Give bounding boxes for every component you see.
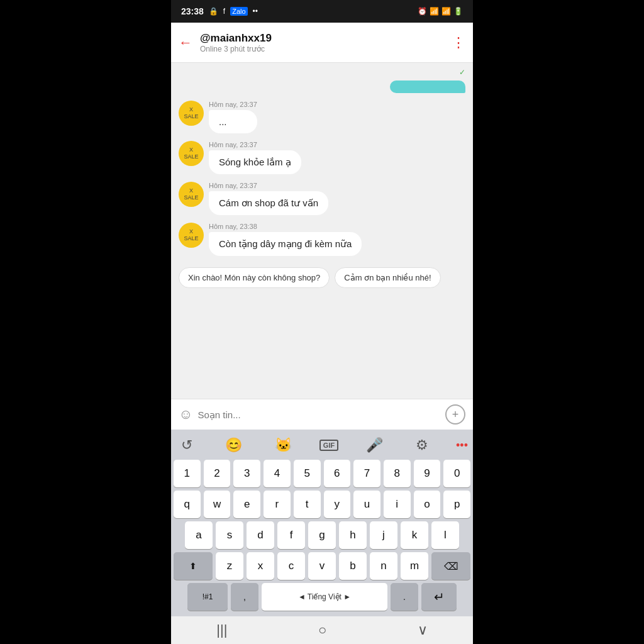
- key-n[interactable]: n: [370, 552, 397, 580]
- key-2[interactable]: 2: [204, 460, 231, 487]
- quick-reply-1[interactable]: Xin chào! Món này còn không shop?: [179, 267, 330, 288]
- key-6[interactable]: 6: [324, 460, 351, 487]
- message-time-2: Hôm nay, 23:37: [209, 141, 301, 148]
- avatar-4: XSALE: [179, 223, 204, 248]
- key-r[interactable]: r: [264, 491, 291, 518]
- key-w[interactable]: w: [204, 491, 231, 518]
- facebook-icon: f: [223, 7, 225, 16]
- key-h[interactable]: h: [339, 521, 367, 549]
- key-k[interactable]: k: [401, 521, 428, 549]
- quick-replies: Xin chào! Món này còn không shop? Cảm ơn…: [171, 262, 473, 293]
- nav-home-button[interactable]: ○: [318, 622, 326, 638]
- message-input-bar: ☺ +: [171, 399, 473, 430]
- message-time-3: Hôm nay, 23:37: [209, 182, 328, 189]
- status-time: 23:38: [181, 6, 204, 16]
- avatar-1: XSALE: [179, 101, 204, 126]
- key-v[interactable]: v: [308, 552, 336, 580]
- alarm-icon: ⏰: [418, 7, 427, 16]
- comma-key[interactable]: ,: [231, 583, 258, 611]
- keyboard-mic-icon[interactable]: 🎤: [361, 435, 388, 456]
- message-content-4: Hôm nay, 23:38 Còn tặng dây mạng đi kèm …: [209, 223, 362, 256]
- keyboard-row-zxcv: ⬆ z x c v b n m ⌫: [174, 552, 470, 580]
- avatar-label-3: XSALE: [184, 187, 198, 201]
- message-check: ✓: [171, 68, 473, 77]
- message-bubble-2: Sóng khỏe lắm ạ: [209, 150, 301, 174]
- return-key[interactable]: ↵: [421, 583, 457, 611]
- key-3[interactable]: 3: [233, 460, 260, 487]
- quick-reply-2[interactable]: Cảm ơn bạn nhiều nhé!: [335, 267, 440, 288]
- message-input[interactable]: [197, 409, 440, 420]
- symbols-key[interactable]: !#1: [187, 583, 228, 611]
- avatar-ring: [179, 101, 204, 126]
- keyboard-row-qwerty: q w e r t y u i o p: [174, 491, 470, 518]
- key-b[interactable]: b: [339, 552, 367, 580]
- key-c[interactable]: c: [277, 552, 305, 580]
- key-y[interactable]: y: [324, 491, 351, 518]
- status-bar-left: 23:38 🔒 f Zalo ••: [181, 6, 258, 16]
- chat-area: ✓ XSALE Hôm nay, 23:37 ... XSALE: [171, 63, 473, 399]
- key-o[interactable]: o: [414, 491, 441, 518]
- key-q[interactable]: q: [174, 491, 201, 518]
- keyboard-gif-button[interactable]: GIF: [319, 440, 338, 451]
- keyboard-refresh-icon[interactable]: ↺: [176, 435, 197, 456]
- wifi-icon: 📶: [430, 7, 439, 16]
- key-p[interactable]: p: [443, 491, 470, 518]
- key-l[interactable]: l: [431, 521, 459, 549]
- key-g[interactable]: g: [308, 521, 336, 549]
- key-e[interactable]: e: [233, 491, 260, 518]
- message-time-4: Hôm nay, 23:38: [209, 223, 362, 230]
- signal-icon: 📶: [441, 7, 451, 16]
- message-content-3: Hôm nay, 23:37 Cám ơn shop đã tư vấn: [209, 182, 328, 215]
- avatar-3: XSALE: [179, 182, 204, 207]
- message-content-1: Hôm nay, 23:37 ...: [209, 101, 257, 133]
- key-j[interactable]: j: [370, 521, 397, 549]
- keyboard-emoji-icon[interactable]: 😊: [220, 435, 247, 456]
- keyboard-sticker-icon[interactable]: 🐱: [270, 435, 297, 456]
- shift-key[interactable]: ⬆: [174, 552, 213, 580]
- message-group-1: XSALE Hôm nay, 23:37 ...: [171, 97, 473, 137]
- key-4[interactable]: 4: [264, 460, 291, 487]
- key-z[interactable]: z: [216, 552, 243, 580]
- key-f[interactable]: f: [277, 521, 305, 549]
- header-info: @maianhxx19 Online 3 phút trước: [200, 32, 452, 53]
- more-dots-icon: ••: [253, 7, 258, 16]
- keyboard-row-asdf: a s d f g h j k l: [174, 521, 470, 549]
- emoji-button[interactable]: ☺: [179, 406, 192, 423]
- key-5[interactable]: 5: [294, 460, 321, 487]
- back-button[interactable]: ←: [179, 35, 192, 51]
- key-1[interactable]: 1: [174, 460, 201, 487]
- space-key[interactable]: ◄ Tiếng Việt ►: [262, 583, 387, 611]
- nav-back-button[interactable]: ∨: [418, 622, 428, 638]
- keyboard-settings-icon[interactable]: ⚙: [411, 435, 433, 456]
- add-attachment-button[interactable]: +: [445, 404, 465, 425]
- backspace-key[interactable]: ⌫: [431, 552, 470, 580]
- message-bubble-4: Còn tặng dây mạng đi kèm nữa: [209, 232, 362, 256]
- key-a[interactable]: a: [185, 521, 213, 549]
- lock-icon: 🔒: [209, 7, 218, 16]
- key-s[interactable]: s: [216, 521, 243, 549]
- period-key[interactable]: .: [391, 583, 418, 611]
- key-9[interactable]: 9: [414, 460, 441, 487]
- outgoing-bubble: [390, 80, 465, 93]
- key-d[interactable]: d: [247, 521, 274, 549]
- avatar-label-2: XSALE: [184, 147, 198, 160]
- message-group-3: XSALE Hôm nay, 23:37 Cám ơn shop đã tư v…: [171, 178, 473, 219]
- key-7[interactable]: 7: [353, 460, 380, 487]
- more-options-button[interactable]: ⋮: [452, 35, 465, 51]
- contact-name: @maianhxx19: [200, 32, 452, 45]
- message-group-4: XSALE Hôm nay, 23:38 Còn tặng dây mạng đ…: [171, 219, 473, 260]
- message-group-2: XSALE Hôm nay, 23:37 Sóng khỏe lắm ạ: [171, 137, 473, 178]
- online-status: Online 3 phút trước: [200, 45, 452, 53]
- keyboard-more-icon[interactable]: •••: [456, 439, 468, 452]
- status-bar: 23:38 🔒 f Zalo •• ⏰ 📶 📶 🔋: [171, 0, 473, 23]
- message-bubble-1: ...: [209, 110, 257, 133]
- key-8[interactable]: 8: [384, 460, 411, 487]
- key-t[interactable]: t: [294, 491, 321, 518]
- key-m[interactable]: m: [401, 552, 428, 580]
- message-bubble-3: Cám ơn shop đã tư vấn: [209, 191, 328, 215]
- nav-recents-button[interactable]: |||: [216, 622, 227, 638]
- key-i[interactable]: i: [384, 491, 411, 518]
- key-x[interactable]: x: [247, 552, 274, 580]
- key-0[interactable]: 0: [443, 460, 470, 487]
- key-u[interactable]: u: [353, 491, 380, 518]
